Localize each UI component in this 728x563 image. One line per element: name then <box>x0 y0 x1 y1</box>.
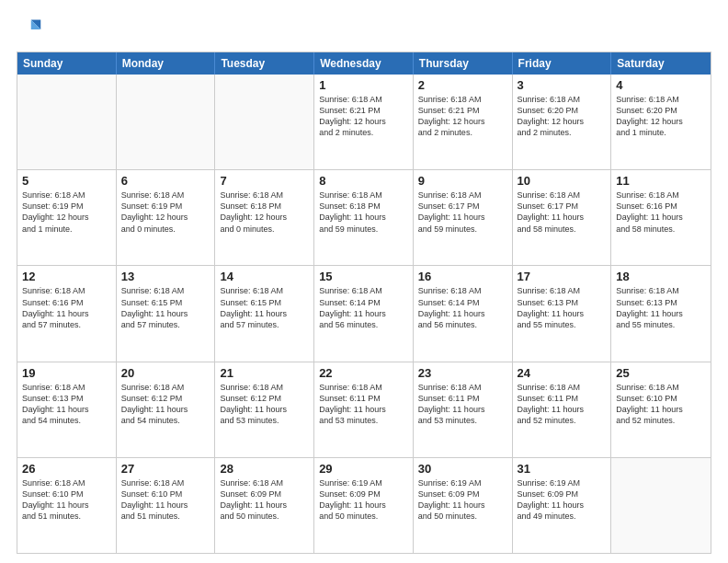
calendar-cell: 28Sunrise: 6:18 AMSunset: 6:09 PMDayligh… <box>215 458 314 553</box>
cell-info-line: Daylight: 11 hours <box>22 404 111 415</box>
cell-info-line: and 58 minutes. <box>616 224 706 235</box>
cell-info-line: and 56 minutes. <box>418 319 507 330</box>
cell-info-line: and 2 minutes. <box>418 127 507 138</box>
cell-info-line: Sunrise: 6:18 AM <box>518 285 607 296</box>
cell-info-line: and 0 minutes. <box>220 224 309 235</box>
calendar-cell: 20Sunrise: 6:18 AMSunset: 6:12 PMDayligh… <box>117 362 216 457</box>
cell-info-line: Sunrise: 6:18 AM <box>319 94 408 105</box>
cell-info-line: Sunrise: 6:18 AM <box>319 190 408 201</box>
day-number: 30 <box>418 462 507 476</box>
calendar-cell: 30Sunrise: 6:19 AMSunset: 6:09 PMDayligh… <box>414 458 513 553</box>
calendar-cell: 13Sunrise: 6:18 AMSunset: 6:15 PMDayligh… <box>117 266 216 361</box>
calendar-cell: 25Sunrise: 6:18 AMSunset: 6:10 PMDayligh… <box>611 362 711 457</box>
weekday-header: Thursday <box>414 52 513 75</box>
day-number: 10 <box>518 174 607 188</box>
cell-info-line: and 50 minutes. <box>418 511 507 522</box>
calendar-row: 26Sunrise: 6:18 AMSunset: 6:10 PMDayligh… <box>17 458 711 553</box>
cell-info-line: Sunrise: 6:18 AM <box>418 94 507 105</box>
cell-info-line: Sunset: 6:09 PM <box>319 488 408 500</box>
cell-info-line: and 1 minute. <box>616 127 706 138</box>
cell-info-line: Sunset: 6:15 PM <box>121 297 210 308</box>
calendar-body: 1Sunrise: 6:18 AMSunset: 6:21 PMDaylight… <box>17 75 711 553</box>
day-number: 1 <box>319 78 408 92</box>
cell-info-line: and 52 minutes. <box>518 415 607 426</box>
calendar-cell: 19Sunrise: 6:18 AMSunset: 6:13 PMDayligh… <box>17 362 117 457</box>
cell-info-line: Sunset: 6:09 PM <box>220 488 309 500</box>
cell-info-line: Daylight: 11 hours <box>121 404 210 415</box>
day-number: 26 <box>22 462 111 476</box>
day-number: 31 <box>518 462 607 476</box>
cell-info-line: Sunset: 6:11 PM <box>418 393 507 404</box>
calendar-cell: 17Sunrise: 6:18 AMSunset: 6:13 PMDayligh… <box>513 266 612 361</box>
cell-info-line: Sunrise: 6:18 AM <box>121 477 210 488</box>
cell-info-line: Daylight: 11 hours <box>418 500 507 511</box>
cell-info-line: and 52 minutes. <box>616 415 706 426</box>
cell-info-line: and 57 minutes. <box>220 319 309 330</box>
calendar-cell: 8Sunrise: 6:18 AMSunset: 6:18 PMDaylight… <box>314 170 414 265</box>
cell-info-line: Sunrise: 6:18 AM <box>518 94 607 105</box>
cell-info-line: Sunset: 6:10 PM <box>121 488 210 500</box>
cell-info-line: and 57 minutes. <box>121 319 210 330</box>
cell-info-line: and 53 minutes. <box>220 415 309 426</box>
calendar-cell <box>117 75 216 169</box>
header <box>17 17 711 42</box>
day-number: 27 <box>121 462 210 476</box>
cell-info-line: and 50 minutes. <box>319 511 408 522</box>
calendar-cell: 24Sunrise: 6:18 AMSunset: 6:11 PMDayligh… <box>513 362 612 457</box>
cell-info-line: and 55 minutes. <box>616 319 706 330</box>
cell-info-line: and 54 minutes. <box>22 415 111 426</box>
calendar-cell: 29Sunrise: 6:19 AMSunset: 6:09 PMDayligh… <box>314 458 414 553</box>
cell-info-line: Sunrise: 6:18 AM <box>220 382 309 393</box>
weekday-header: Wednesday <box>314 52 414 75</box>
cell-info-line: Daylight: 11 hours <box>616 404 706 415</box>
cell-info-line: Daylight: 11 hours <box>121 500 210 511</box>
calendar: SundayMondayTuesdayWednesdayThursdayFrid… <box>17 52 711 554</box>
weekday-header: Saturday <box>611 52 711 75</box>
cell-info-line: Sunset: 6:16 PM <box>22 297 111 308</box>
calendar-cell: 21Sunrise: 6:18 AMSunset: 6:12 PMDayligh… <box>215 362 314 457</box>
cell-info-line: Daylight: 11 hours <box>22 308 111 319</box>
calendar-cell: 26Sunrise: 6:18 AMSunset: 6:10 PMDayligh… <box>17 458 117 553</box>
cell-info-line: Sunrise: 6:18 AM <box>121 190 210 201</box>
day-number: 15 <box>319 270 408 283</box>
cell-info-line: Sunrise: 6:18 AM <box>220 190 309 201</box>
cell-info-line: and 51 minutes. <box>121 511 210 522</box>
cell-info-line: Daylight: 12 hours <box>418 116 507 127</box>
day-number: 4 <box>616 78 706 92</box>
calendar-cell: 12Sunrise: 6:18 AMSunset: 6:16 PMDayligh… <box>17 266 117 361</box>
cell-info-line: Sunrise: 6:19 AM <box>518 477 607 488</box>
day-number: 17 <box>518 270 607 283</box>
cell-info-line: and 53 minutes. <box>418 415 507 426</box>
cell-info-line: Sunset: 6:11 PM <box>319 393 408 404</box>
cell-info-line: Daylight: 11 hours <box>418 212 507 223</box>
calendar-cell: 16Sunrise: 6:18 AMSunset: 6:14 PMDayligh… <box>414 266 513 361</box>
calendar-cell <box>215 75 314 169</box>
calendar-row: 5Sunrise: 6:18 AMSunset: 6:19 PMDaylight… <box>17 170 711 266</box>
cell-info-line: Sunset: 6:17 PM <box>518 201 607 212</box>
cell-info-line: Sunset: 6:20 PM <box>616 105 706 116</box>
day-number: 29 <box>319 462 408 476</box>
cell-info-line: and 0 minutes. <box>121 224 210 235</box>
day-number: 19 <box>22 366 111 380</box>
cell-info-line: Daylight: 12 hours <box>319 116 408 127</box>
calendar-cell: 4Sunrise: 6:18 AMSunset: 6:20 PMDaylight… <box>611 75 711 169</box>
day-number: 18 <box>616 270 706 283</box>
day-number: 11 <box>616 174 706 188</box>
cell-info-line: Daylight: 12 hours <box>220 212 309 223</box>
calendar-cell: 10Sunrise: 6:18 AMSunset: 6:17 PMDayligh… <box>513 170 612 265</box>
day-number: 13 <box>121 270 210 283</box>
weekday-header: Tuesday <box>215 52 314 75</box>
day-number: 20 <box>121 366 210 380</box>
cell-info-line: Sunrise: 6:18 AM <box>22 382 111 393</box>
cell-info-line: Sunrise: 6:18 AM <box>22 477 111 488</box>
cell-info-line: and 51 minutes. <box>22 511 111 522</box>
page: SundayMondayTuesdayWednesdayThursdayFrid… <box>0 0 728 563</box>
day-number: 5 <box>22 174 111 188</box>
cell-info-line: Sunset: 6:09 PM <box>518 488 607 500</box>
day-number: 16 <box>418 270 507 283</box>
cell-info-line: Daylight: 11 hours <box>220 308 309 319</box>
cell-info-line: Sunrise: 6:18 AM <box>121 285 210 296</box>
weekday-header: Sunday <box>17 52 117 75</box>
calendar-cell: 22Sunrise: 6:18 AMSunset: 6:11 PMDayligh… <box>314 362 414 457</box>
cell-info-line: Daylight: 11 hours <box>518 308 607 319</box>
